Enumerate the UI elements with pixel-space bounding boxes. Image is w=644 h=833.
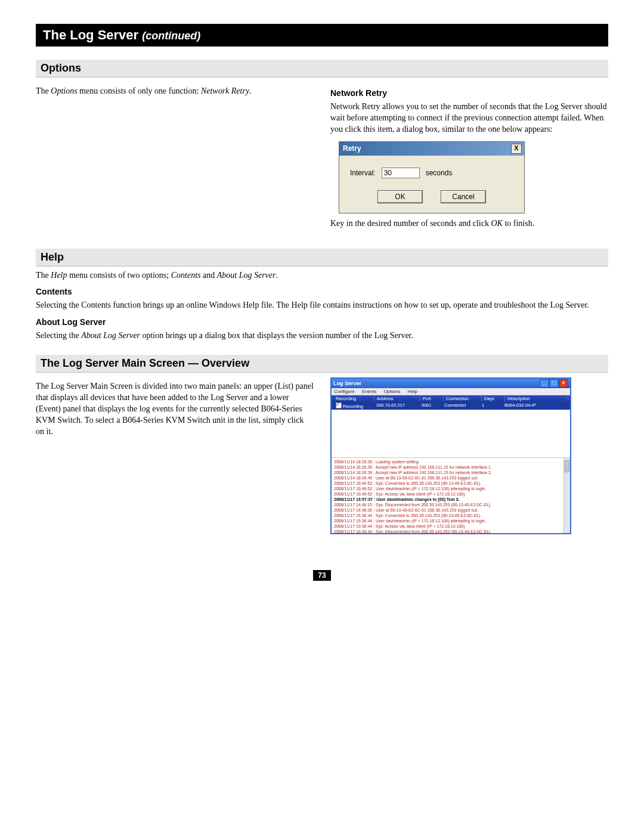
page-title-bar: The Log Server (continued) [36, 24, 608, 47]
window-controls: _ □ × [540, 379, 568, 388]
event-row: 2008/11/14 18:26:39 : Accept new IP addr… [334, 465, 568, 470]
section-heading-main: The Log Server Main Screen — Overview [36, 355, 608, 373]
interval-label: Interval: [350, 169, 376, 177]
list-panel-empty [332, 410, 570, 458]
page-number: 73 [36, 570, 608, 581]
retry-dialog-buttons: OK Cancel [339, 187, 524, 213]
section-heading-help: Help [36, 249, 608, 267]
main-right-col: Log Server _ □ × Configure Events Option… [330, 377, 608, 534]
page-title-continued: (continued) [142, 30, 200, 42]
help-intro: The Help menu consists of two options; C… [36, 270, 608, 281]
logserver-titlebar: Log Server _ □ × [332, 379, 570, 388]
logserver-menubar: Configure Events Options Help [332, 388, 570, 395]
event-row: 2008/11/17 10:49:52 : User davidmadmic (… [334, 486, 568, 491]
logserver-title: Log Server [333, 380, 361, 386]
event-row: 2008/11/17 15:36:44 : Sys: Connected to … [334, 513, 568, 518]
col-address[interactable]: Address [374, 396, 420, 401]
network-retry-heading: Network Retry [330, 88, 608, 98]
retry-dialog-titlebar: Retry X [339, 142, 524, 156]
row-address: 200.70.65.217 [374, 402, 419, 410]
close-icon[interactable]: × [559, 379, 568, 388]
col-connection[interactable]: Connection [444, 396, 482, 401]
logserver-window: Log Server _ □ × Configure Events Option… [330, 377, 571, 534]
main-body: The Log Server Main Screen is divided in… [36, 381, 314, 437]
ok-button[interactable]: OK [377, 190, 423, 203]
contents-heading: Contents [36, 287, 608, 296]
event-row: 2008/11/17 13:57:37 : User davidmadmic c… [334, 497, 568, 502]
col-description[interactable]: Description [505, 396, 568, 401]
options-intro: The Options menu consists of only one fu… [36, 86, 314, 97]
scrollbar[interactable] [564, 458, 570, 533]
page-title: The Log Server [43, 27, 138, 42]
cancel-button[interactable]: Cancel [441, 190, 486, 203]
event-row: 2008/11/14 18:26:49 : User at 00-13-50-E… [334, 475, 568, 481]
close-icon[interactable]: X [511, 144, 522, 154]
menu-configure[interactable]: Configure [334, 389, 355, 394]
event-row: 2008/11/17 14:46:15 : Sys: Disconnected … [334, 502, 568, 507]
interval-input[interactable] [382, 168, 420, 178]
row-description: B064-032-04-IP [502, 402, 568, 410]
minimize-icon[interactable]: _ [540, 379, 549, 388]
main-left-col: The Log Server Main Screen is divided in… [36, 377, 314, 534]
event-row: 2008/11/17 16:34:44 : Sys: Disconnected … [334, 529, 568, 533]
event-row: 2008/11/17 10:49:52 : Sys: Access via Ja… [334, 491, 568, 497]
maximize-icon[interactable]: □ [549, 379, 559, 388]
event-panel: 2008/11/14 18:26:39 : Loading system set… [332, 458, 570, 533]
col-port[interactable]: Port [420, 396, 444, 401]
row-recording: Recording [333, 402, 374, 410]
main-two-column: The Log Server Main Screen is divided in… [36, 377, 608, 534]
retry-dialog-title: Retry [343, 144, 511, 153]
row-connection: Connected [442, 402, 479, 410]
about-body: Selecting the About Log Server option br… [36, 330, 608, 342]
menu-help[interactable]: Help [407, 389, 417, 394]
menu-options[interactable]: Options [384, 389, 401, 394]
row-days: 1 [479, 402, 502, 410]
retry-dialog: Retry X Interval: seconds OK Cancel [339, 141, 525, 213]
event-row: 2008/11/17 15:36:44 : User davidmadmic (… [334, 518, 568, 524]
seconds-label: seconds [426, 169, 453, 177]
list-panel-header: Recording Address Port Connection Days D… [332, 395, 570, 402]
list-row[interactable]: Recording 200.70.65.217 9001 Connected 1… [332, 402, 570, 410]
options-left-col: The Options menu consists of only one fu… [36, 82, 314, 236]
col-recording[interactable]: Recording [333, 396, 374, 401]
event-row: 2008/11/14 18:26:39 : Accept new IP addr… [334, 470, 568, 475]
options-right-col: Network Retry Network Retry allows you t… [330, 82, 608, 236]
event-row: 2008/11/17 15:36:44 : Sys: Access via Ja… [334, 524, 568, 529]
event-row: 2008/11/14 18:26:39 : Loading system set… [334, 459, 568, 465]
checkbox-icon [336, 402, 342, 408]
event-row: 2008/11/17 10:49:52 : Sys: Connected to … [334, 481, 568, 486]
event-row: 2008/11/17 14:46:36 : User at 00-13-40-E… [334, 507, 568, 513]
menu-events[interactable]: Events [362, 389, 376, 394]
contents-body: Selecting the Contents function brings u… [36, 300, 608, 311]
page-number-badge: 73 [313, 570, 330, 581]
network-retry-body: Network Retry allows you to set the numb… [330, 101, 608, 135]
section-heading-options: Options [36, 60, 608, 78]
row-port: 9001 [419, 402, 442, 410]
network-retry-footer: Key in the desired number of seconds and… [330, 218, 608, 230]
col-days[interactable]: Days [482, 396, 505, 401]
scrollbar-thumb[interactable] [565, 460, 569, 472]
options-two-column: The Options menu consists of only one fu… [36, 82, 608, 236]
retry-dialog-body: Interval: seconds [339, 156, 524, 187]
about-heading: About Log Server [36, 317, 608, 327]
